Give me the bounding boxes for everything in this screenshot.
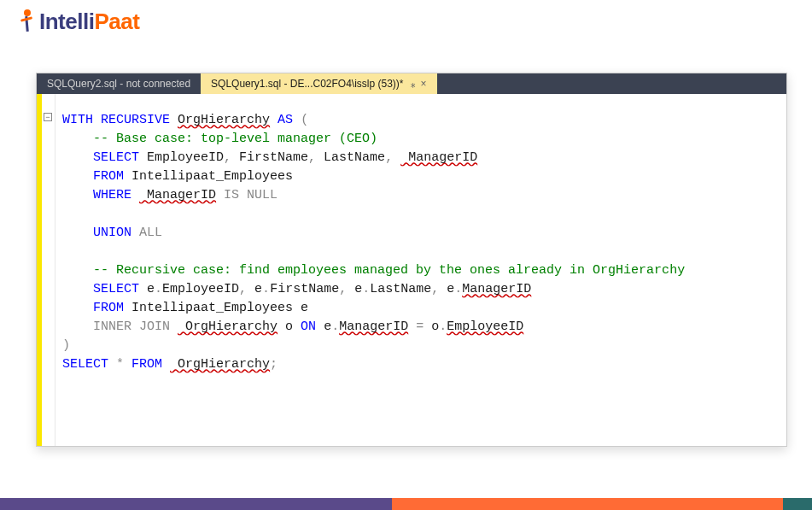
footer-orange-segment xyxy=(392,498,784,510)
brand-logo: IntelliPaat xyxy=(17,9,139,35)
sql-editor-window: SQLQuery2.sql - not connected SQLQuery1.… xyxy=(36,73,787,447)
outline-gutter: − xyxy=(42,94,55,446)
code-editor[interactable]: WITH RECURSIVE OrgHierarchy AS ( -- Base… xyxy=(55,94,786,446)
tab-label: SQLQuery2.sql - not connected xyxy=(47,78,190,90)
footer-purple-segment xyxy=(0,498,392,510)
logo-figure-icon xyxy=(17,9,38,35)
close-icon[interactable]: × xyxy=(421,78,427,90)
tab-sqlquery1[interactable]: SQLQuery1.sql - DE...C02FO4\isslp (53))*… xyxy=(201,73,436,94)
brand-text: IntelliPaat xyxy=(39,9,139,35)
pin-icon[interactable]: ⁎ xyxy=(411,79,416,90)
collapse-toggle-icon[interactable]: − xyxy=(44,113,52,121)
tab-bar: SQLQuery2.sql - not connected SQLQuery1.… xyxy=(37,73,786,94)
tab-sqlquery2[interactable]: SQLQuery2.sql - not connected xyxy=(37,73,201,94)
tab-label: SQLQuery1.sql - DE...C02FO4\isslp (53))* xyxy=(211,78,403,90)
footer-stripe xyxy=(0,498,812,510)
footer-teal-segment xyxy=(783,498,812,510)
code-area: − WITH RECURSIVE OrgHierarchy AS ( -- Ba… xyxy=(37,94,786,446)
